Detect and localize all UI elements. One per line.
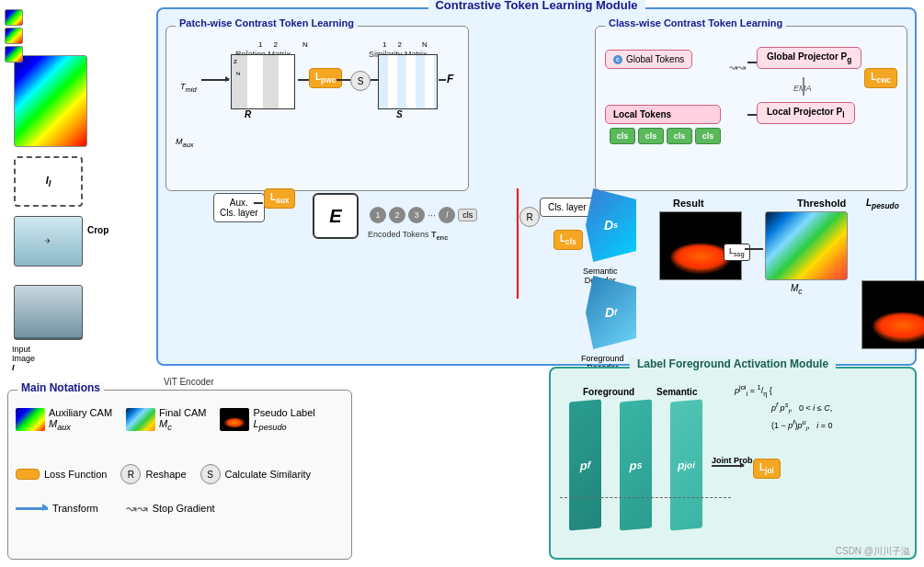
l-aux-label: Laux bbox=[264, 188, 295, 209]
notation-aux-cam: Auxiliary CAM Maux bbox=[16, 407, 112, 432]
small-img-3 bbox=[5, 46, 23, 62]
arr-loc-proj bbox=[747, 114, 757, 116]
l-ssg-label: Lssg bbox=[724, 244, 750, 261]
encoded-tokens-row: 1 2 3 ··· l cls bbox=[370, 207, 477, 223]
lfam-title: Label Foreground Activation Module bbox=[630, 357, 836, 370]
notations-row2: Loss Function R Reshape S Calculate Simi… bbox=[16, 464, 311, 484]
pjoi-block: pjoi bbox=[670, 401, 702, 539]
cls-token-enc: cls bbox=[458, 209, 477, 221]
arrow-tmid bbox=[201, 79, 229, 81]
ps-block: ps bbox=[620, 401, 652, 539]
encoded-tokens-label: Encoded Tokens Tenc bbox=[368, 230, 448, 242]
final-cam-label: Final CAM Mc bbox=[159, 407, 206, 432]
notation-reshape: R Reshape bbox=[120, 464, 186, 484]
l-ssg-box: Lssg bbox=[724, 244, 750, 261]
il-label: Il bbox=[46, 175, 51, 188]
notation-transform: Transform bbox=[16, 503, 98, 514]
ema-arrow bbox=[803, 77, 804, 96]
df-container: Df bbox=[586, 276, 636, 349]
arrow-head bbox=[42, 504, 51, 511]
contrastive-module-box: Contrastive Token Learning Module Patch-… bbox=[156, 7, 917, 366]
token-2: 2 bbox=[389, 207, 405, 223]
aux-cam-label: Auxiliary CAM Maux bbox=[49, 407, 112, 432]
aircraft-img: ✈ bbox=[15, 217, 82, 266]
formula-area: pjoii = 1/η { pf psi, 0 < i ≤ C, (1 − pf… bbox=[735, 382, 910, 434]
pseudo-icon-inner bbox=[223, 417, 245, 428]
arrow-r-lpwc bbox=[298, 79, 309, 81]
watermark: CSDN @川川子溢 bbox=[836, 545, 910, 558]
il-dashed-box: Il bbox=[14, 156, 83, 207]
semantic-decoder-shape: Ds bbox=[586, 188, 636, 262]
foreground-decoder-shape: Df bbox=[586, 276, 636, 349]
stop-grad-icon: ↝↝ bbox=[126, 501, 148, 516]
local-projector: Local Projector Pl bbox=[757, 102, 855, 124]
cls-token-1: cls bbox=[610, 128, 635, 144]
cls-token-3: cls bbox=[667, 128, 692, 144]
loss-icon bbox=[16, 469, 40, 480]
l-pseudo-image bbox=[861, 280, 924, 349]
local-tokens-box: Local Tokens bbox=[605, 105, 721, 124]
formula-line1: pjoii = 1/η { bbox=[735, 382, 910, 400]
notations-title: Main Notations bbox=[17, 381, 104, 394]
sim-matrix-grid bbox=[378, 54, 438, 109]
arrow-to-f bbox=[439, 79, 446, 81]
local-projector-box: Local Projector Pl bbox=[757, 102, 855, 124]
cls-dot: c bbox=[613, 55, 622, 64]
stop-grad-arrow: ↝↝ bbox=[729, 62, 746, 74]
mc-heatmap bbox=[765, 211, 848, 280]
notation-pseudo: Pseudo Label Lpesudo bbox=[220, 407, 314, 432]
encoder-E: E bbox=[313, 193, 359, 239]
arr-lssg bbox=[745, 248, 763, 250]
pjoi-shape: pjoi bbox=[670, 399, 702, 530]
r-label: R bbox=[245, 109, 251, 119]
l-joi-label: Ljoi bbox=[753, 459, 781, 479]
red-vertical-line bbox=[517, 188, 519, 299]
class-wise-box: Class-wise Contrast Token Learning c Glo… bbox=[595, 26, 907, 191]
notation-similarity: S Calculate Similarity bbox=[200, 464, 312, 484]
n-labels-sim: 12N bbox=[382, 40, 428, 49]
notation-stop-grad: ↝↝ Stop Gradient bbox=[126, 501, 215, 516]
lpseudo-sub-label: Lpesudo bbox=[253, 418, 314, 432]
crop-box: ✈ bbox=[14, 216, 83, 266]
main-container: Contrastive Token Learning Module Patch-… bbox=[0, 0, 924, 567]
notations-row3: Transform ↝↝ Stop Gradient bbox=[16, 501, 215, 516]
token-l: l bbox=[439, 207, 455, 223]
arr-aux-laux bbox=[254, 202, 263, 204]
pseudo-label: Pseudo Label Lpesudo bbox=[253, 407, 314, 432]
l-cwc-label: Lcwc bbox=[864, 68, 897, 88]
crop-label: Crop bbox=[87, 225, 108, 235]
similarity-icon: S bbox=[200, 464, 221, 484]
global-tokens-container: c Global Tokens bbox=[605, 50, 692, 69]
circle-s-symbol: S bbox=[350, 71, 371, 91]
input-img-overlay bbox=[15, 337, 82, 339]
global-projector: Global Projector Pg bbox=[757, 47, 861, 69]
token-1: 1 bbox=[370, 207, 386, 223]
reshape-icon: R bbox=[120, 464, 141, 484]
result-label: Result bbox=[673, 198, 704, 209]
notations-box: Main Notations Auxiliary CAM Maux Final … bbox=[7, 390, 352, 560]
small-img-2 bbox=[5, 28, 23, 44]
mc-label: Mc bbox=[791, 283, 803, 296]
small-imgs-stack bbox=[5, 9, 23, 62]
l-joi-box: Ljoi bbox=[753, 459, 781, 479]
l-aux-box: Laux bbox=[264, 188, 295, 209]
s-label: S bbox=[396, 109, 403, 119]
threshold-label: Threshold bbox=[797, 198, 846, 209]
encoder-container: E bbox=[313, 193, 359, 239]
patch-wise-box: Patch-wise Contrast Token Learning Relat… bbox=[165, 26, 469, 191]
l-cls-label: Lcls bbox=[553, 230, 583, 250]
tmid-label: Tmid bbox=[180, 82, 197, 94]
arrow-lpwc-circle bbox=[337, 79, 350, 81]
cls-token-4: cls bbox=[695, 128, 721, 144]
relation-matrix-grid: z z bbox=[231, 54, 295, 109]
aux-cls-container: Aux.Cls. layer bbox=[213, 193, 265, 222]
small-img-1 bbox=[5, 9, 23, 26]
notations-row1: Auxiliary CAM Maux Final CAM Mc Pseudo L… bbox=[16, 407, 315, 432]
class-wise-title: Class-wise Contrast Token Learning bbox=[605, 17, 786, 28]
pseudo-icon bbox=[220, 408, 249, 431]
arrow-circle-sim bbox=[371, 79, 378, 81]
notation-loss: Loss Function bbox=[16, 469, 107, 480]
token-dots: ··· bbox=[428, 210, 436, 221]
maux-label: Maux bbox=[176, 137, 194, 149]
maux-sub-label: Maux bbox=[49, 418, 112, 432]
